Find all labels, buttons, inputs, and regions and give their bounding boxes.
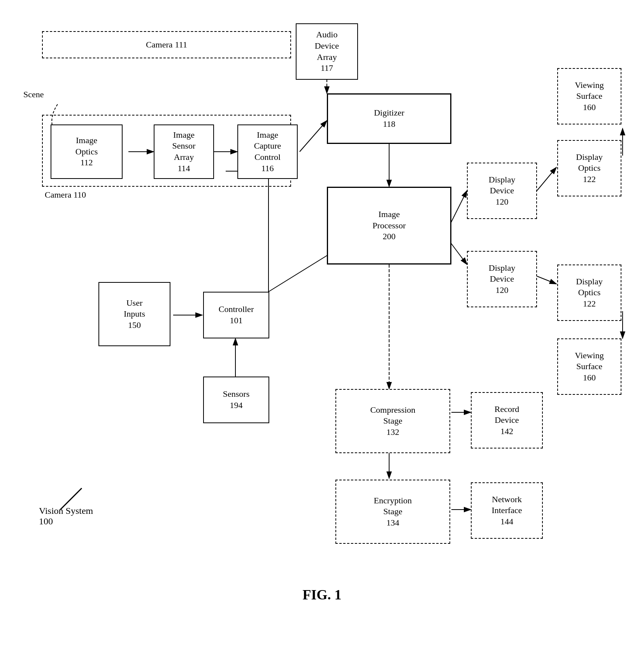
sensors-number: 194	[230, 400, 243, 411]
viewing-surface-2-number: 160	[583, 372, 596, 384]
user-inputs-block: UserInputs 150	[98, 282, 170, 346]
image-capture-number: 116	[261, 163, 274, 174]
display-device-2-number: 120	[496, 285, 509, 296]
user-inputs-label: UserInputs	[124, 298, 145, 320]
network-interface-number: 144	[500, 516, 513, 527]
display-optics-2-label: DisplayOptics	[576, 276, 602, 298]
digitizer-label: Digitizer	[374, 107, 404, 119]
display-device-1-block: DisplayDevice 120	[467, 163, 537, 219]
digitizer-block: Digitizer 118	[327, 93, 451, 144]
svg-line-8	[449, 241, 467, 265]
svg-line-7	[449, 191, 467, 226]
compression-label: CompressionStage	[370, 405, 415, 427]
image-sensor-number: 114	[177, 163, 190, 174]
display-optics-1-label: DisplayOptics	[576, 152, 602, 174]
image-optics-label: ImageOptics	[75, 135, 98, 157]
display-device-2-label: DisplayDevice	[489, 263, 515, 285]
compression-block: CompressionStage 132	[335, 389, 450, 453]
user-inputs-number: 150	[128, 320, 141, 331]
record-device-number: 142	[500, 426, 513, 437]
viewing-surface-2-label: ViewingSurface	[575, 350, 604, 372]
camera-111-box: Camera 111	[42, 31, 291, 58]
audio-device-block: AudioDeviceArray 117	[296, 23, 358, 80]
encryption-label: EncryptionStage	[374, 495, 412, 517]
sensors-label: Sensors	[223, 389, 249, 400]
camera-111-number: 111	[175, 40, 187, 50]
svg-line-4	[300, 121, 327, 152]
scene-label: Scene	[23, 89, 44, 100]
compression-number: 132	[386, 427, 399, 438]
audio-device-number: 117	[321, 63, 333, 74]
image-optics-block: ImageOptics 112	[51, 124, 123, 179]
encryption-block: EncryptionStage 134	[335, 480, 450, 544]
arrows-svg	[0, 0, 644, 622]
record-device-label: RecordDevice	[495, 404, 519, 426]
fig-label: FIG. 1	[302, 587, 341, 603]
image-sensor-label: ImageSensorArray	[172, 130, 196, 163]
display-optics-1-number: 122	[583, 174, 596, 185]
display-optics-2-block: DisplayOptics 122	[557, 265, 621, 321]
viewing-surface-1-label: ViewingSurface	[575, 80, 604, 102]
image-sensor-block: ImageSensorArray 114	[154, 124, 214, 179]
image-capture-block: ImageCaptureControl 116	[237, 124, 298, 179]
digitizer-number: 118	[383, 119, 395, 130]
camera-110-label: Camera 110	[45, 190, 86, 200]
vision-system-label: Vision System100	[39, 506, 93, 527]
image-capture-label: ImageCaptureControl	[254, 130, 281, 163]
display-device-1-label: DisplayDevice	[489, 174, 515, 196]
svg-line-10	[537, 276, 556, 284]
controller-number: 101	[230, 315, 243, 326]
image-processor-block: ImageProcessor 200	[327, 187, 451, 265]
network-interface-label: NetworkInterface	[491, 494, 522, 516]
display-optics-2-number: 122	[583, 298, 596, 310]
display-device-1-number: 120	[496, 196, 509, 208]
network-interface-block: NetworkInterface 144	[471, 482, 543, 539]
camera-111-label: Camera	[146, 40, 172, 50]
image-processor-number: 200	[383, 231, 396, 242]
image-optics-number: 112	[80, 157, 93, 168]
image-processor-label: ImageProcessor	[372, 209, 406, 231]
controller-label: Controller	[219, 304, 254, 315]
sensors-block: Sensors 194	[203, 377, 269, 423]
svg-line-9	[537, 167, 556, 191]
viewing-surface-2-block: ViewingSurface 160	[557, 338, 621, 395]
audio-device-label: AudioDeviceArray	[315, 29, 339, 63]
encryption-number: 134	[386, 517, 399, 529]
display-optics-1-block: DisplayOptics 122	[557, 140, 621, 196]
display-device-2-block: DisplayDevice 120	[467, 251, 537, 307]
viewing-surface-1-number: 160	[583, 102, 596, 113]
diagram: Scene Camera 111 Camera 110 ImageOptics …	[0, 0, 644, 622]
viewing-surface-1-block: ViewingSurface 160	[557, 68, 621, 124]
controller-block: Controller 101	[203, 292, 269, 338]
record-device-block: RecordDevice 142	[471, 392, 543, 449]
